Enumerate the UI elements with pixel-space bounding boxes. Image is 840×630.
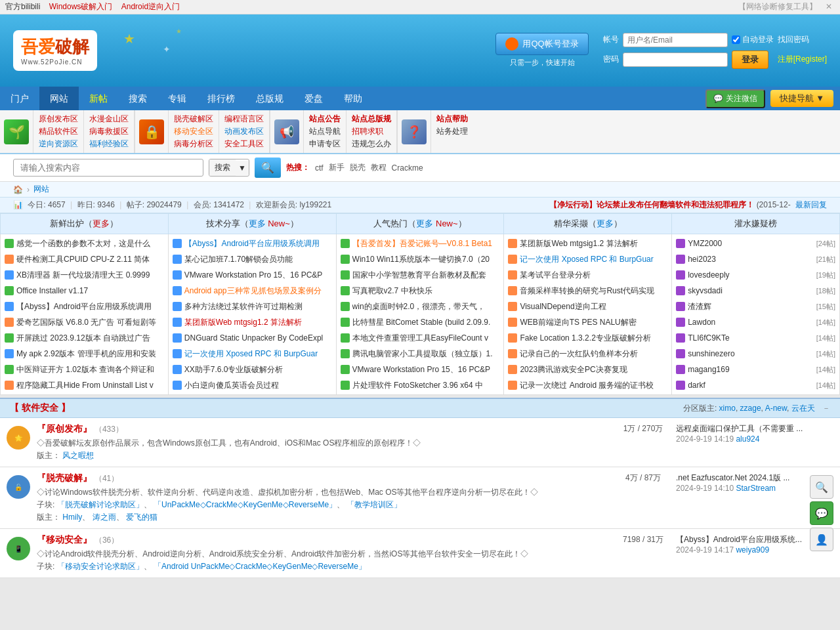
item-link[interactable]: 某团新版Web mtgsig1.2 算法解析	[520, 237, 637, 250]
item-link[interactable]: 片处理软件 FotoSketcher 3.96 x64 中	[352, 379, 483, 392]
item-link[interactable]: 音频采样率转换的研究与Rust代码实现	[520, 284, 654, 297]
col3-more-link[interactable]: 更多	[416, 219, 433, 228]
link-bingdu[interactable]: 病毒分析区	[174, 138, 213, 150]
link-fuli[interactable]: 福利经验区	[89, 138, 129, 150]
login-button[interactable]: 登录	[732, 51, 768, 69]
user-link[interactable]: 渣渣辉	[688, 300, 711, 313]
link-zhangdian-shenqing[interactable]: 申请专区	[309, 138, 341, 150]
item-link[interactable]: VMware Workstation Pro 15、16 PC&P	[184, 268, 323, 282]
item-link[interactable]: VisualNDepend逆向工程	[520, 300, 606, 313]
find-password-link[interactable]: 找回密码	[778, 34, 809, 45]
item-link[interactable]: 爱奇艺国际版 V6.8.0 无广告 可看短剧等	[16, 316, 156, 329]
search-input[interactable]	[13, 159, 203, 177]
item-link[interactable]: 中医辩证开方 1.02版本 查询各个辩证和	[16, 363, 154, 376]
item-link[interactable]: Android app三种常见抓包场景及案例分	[184, 284, 322, 297]
admin-a-new[interactable]: A-new	[765, 404, 787, 413]
item-link[interactable]: 本地文件查重管理工具EasyFileCount v	[352, 331, 488, 345]
item-link[interactable]: My apk 2.92版本 管理手机的应用和安装	[16, 347, 156, 360]
latest-user-3[interactable]: weiya909	[736, 545, 769, 555]
item-link[interactable]: XX助手7.6.0专业版破解分析	[184, 363, 284, 376]
item-link[interactable]: 开屏跳过 2023.9.12版本 自动跳过广告	[16, 331, 150, 345]
item-link[interactable]: 2023腾讯游戏安全PC决赛复现	[520, 363, 627, 376]
link-zhaopin[interactable]: 招聘求职	[352, 125, 391, 138]
sub-link-3-1[interactable]: 「移动安全讨论求助区」	[57, 562, 144, 571]
hot-crackme[interactable]: Crackme	[392, 163, 423, 173]
item-link[interactable]: DNGuard Static Unpacker By CodeExpl	[184, 331, 323, 345]
item-link[interactable]: WEB前端逆向TS PES NALU解密	[520, 316, 636, 329]
col2-more-link[interactable]: 更多	[249, 219, 266, 228]
item-link[interactable]: Win10 Win11系统版本一键切换7.0（20	[352, 253, 490, 266]
link-jingpin[interactable]: 精品软件区	[39, 125, 78, 138]
item-link[interactable]: 某心记加班7.1.70解锁会员功能	[184, 253, 293, 266]
breadcrumb-current[interactable]: 网站	[33, 184, 49, 195]
item-link[interactable]: 【Abyss】Android平台应用级系统调用	[184, 237, 320, 250]
nav-aipan[interactable]: 爱盘	[294, 87, 333, 110]
nav-home[interactable]: 门户	[0, 87, 39, 110]
col1-link[interactable]: 新鲜出炉	[50, 219, 84, 228]
col4-more-link[interactable]: 更多	[597, 219, 614, 228]
link-shuiman[interactable]: 水漫金山区	[89, 113, 129, 125]
topbar-links[interactable]: 官方bilibili Windows破解入门 Android逆向入门	[5, 1, 186, 12]
home-icon[interactable]: 🏠	[13, 185, 23, 194]
user-link[interactable]: skyvsdadi	[688, 284, 723, 297]
item-link[interactable]: 某团新版Web mtgsig1.2 算法解析	[184, 316, 302, 329]
link-zhangdian-gongao[interactable]: 站点公告	[309, 113, 341, 125]
register-link[interactable]: 注册[Register]	[778, 54, 827, 65]
user-link[interactable]: Lawdon	[688, 316, 715, 329]
sub-link-2-1[interactable]: 「脱壳破解讨论求助区」	[57, 500, 144, 509]
item-link[interactable]: 某考试平台登录分析	[520, 268, 591, 282]
hot-jiaocheng[interactable]: 教程	[371, 162, 387, 173]
item-link[interactable]: Office Installer v1.17	[16, 284, 88, 297]
sub-link-3-2[interactable]: 「Android UnPackMe◇CrackMe◇KeyGenMe◇Rever…	[154, 562, 366, 571]
col2-new-link[interactable]: New~	[268, 219, 290, 228]
item-link[interactable]: 记录自己的一次红队钓鱼样本分析	[520, 347, 638, 360]
side-search-button[interactable]: 🔍	[810, 475, 833, 499]
windows-link[interactable]: Windows破解入门	[49, 2, 113, 11]
wechat-button[interactable]: 💬 关注微信	[705, 89, 765, 108]
nav-rules[interactable]: 总版规	[245, 87, 294, 110]
collapse-button[interactable]: －	[822, 404, 830, 413]
item-link[interactable]: 多种方法绕过某软件许可过期检测	[184, 300, 303, 313]
account-input[interactable]	[623, 33, 728, 47]
item-link[interactable]: 记一次使用 Xposed RPC 和 BurpGuar	[520, 253, 653, 266]
quicknav-button[interactable]: 快捷导航 ▼	[770, 90, 834, 107]
link-biancheng[interactable]: 编程语言区	[224, 113, 264, 125]
item-link[interactable]: 写真靶取v2.7 中秋快乐	[352, 284, 432, 297]
bilibili-link[interactable]: 官方bilibili	[5, 2, 40, 11]
admin-link-1[interactable]: 风之暇想	[62, 451, 94, 460]
item-link[interactable]: 记一次使用 Xposed RPC 和 BurpGuar	[184, 347, 318, 360]
latest-reply-link[interactable]: 最新回复	[795, 200, 827, 209]
item-link[interactable]: XB清理器 新一代垃圾清理大王 0.9999	[16, 268, 150, 282]
user-link[interactable]: TLI6fC9KTe	[688, 331, 729, 345]
link-zhanwu[interactable]: 站务处理	[436, 125, 468, 138]
item-link[interactable]: 感觉一个函数的参数不太对，这是什么	[16, 237, 150, 250]
user-link[interactable]: lovesdeeply	[688, 268, 729, 282]
item-link[interactable]: 硬件检测工具CPUID CPU-Z 2.11 简体	[16, 253, 150, 266]
user-link[interactable]: hei2023	[688, 253, 716, 266]
item-link[interactable]: 【吾爱首发】吾爱记账号—V0.8.1 Beta1	[352, 237, 492, 250]
admin-zzage[interactable]: zzage	[740, 404, 761, 413]
sub-link-2-3[interactable]: 「教学培训区」	[346, 500, 402, 509]
link-bingdu-jiu[interactable]: 病毒救援区	[89, 125, 129, 138]
search-dropdown-btn[interactable]: ▼	[236, 161, 249, 175]
link-zhangdian-daohang[interactable]: 站点导航	[309, 125, 341, 138]
user-link[interactable]: YMZ2000	[688, 237, 722, 250]
link-anquan-tools[interactable]: 安全工具区	[224, 138, 264, 150]
link-donghua[interactable]: 动画发布区	[224, 125, 264, 138]
item-link[interactable]: 程序隐藏工具Hide From Uninstall List v	[16, 379, 154, 392]
user-link[interactable]: darkf	[688, 379, 705, 392]
item-link[interactable]: 小白逆向傻瓜英语会员过程	[184, 379, 279, 392]
item-link[interactable]: Fake Location 1.3.2.2专业版破解分析	[520, 331, 650, 345]
admin-yunzaitain[interactable]: 云在天	[791, 404, 815, 413]
link-zhangdian-help[interactable]: 站点帮助	[436, 113, 468, 125]
section-title-link-3[interactable]: 『移动安全』	[37, 534, 92, 545]
nav-newpost[interactable]: 新帖	[79, 87, 118, 110]
nav-rank[interactable]: 排行榜	[197, 87, 245, 110]
item-link[interactable]: 国家中小学智慧教育平台新教材及配套	[352, 268, 486, 282]
nav-website[interactable]: 网站	[39, 87, 79, 110]
user-link[interactable]: sunshinezero	[688, 347, 734, 360]
nav-help[interactable]: 帮助	[333, 87, 373, 110]
user-link[interactable]: magang169	[688, 363, 729, 376]
latest-title-1[interactable]: 远程桌面端口保护工具（不需要重 ...	[676, 423, 833, 434]
password-input[interactable]	[623, 52, 728, 67]
